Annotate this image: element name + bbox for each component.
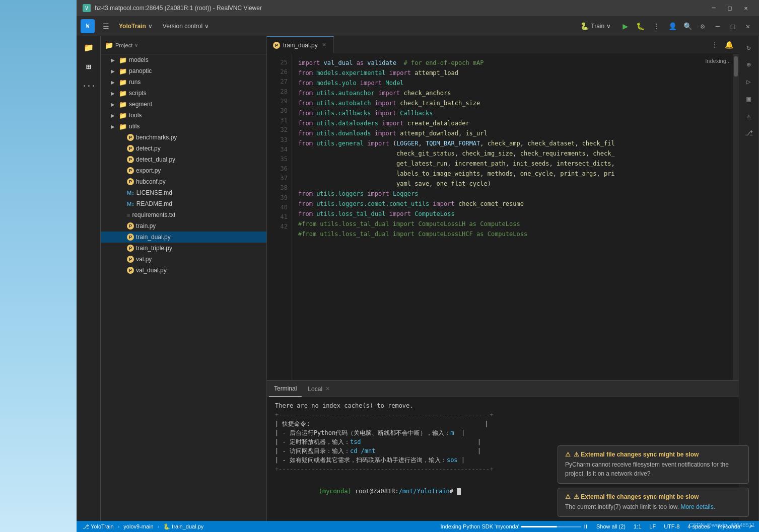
tree-item-readme[interactable]: M↕ README.md <box>101 198 266 209</box>
line-ending-label: LF <box>649 523 656 529</box>
hamburger-menu-button[interactable]: ☰ <box>99 19 113 33</box>
tab-close-button[interactable]: ✕ <box>321 41 327 49</box>
terminal-line-0: There are no index cache(s) to remove. <box>275 401 731 410</box>
py-icon: P <box>127 267 134 274</box>
local-tab-label: Local <box>308 386 322 393</box>
watermark: CSDN @weixin_46648511 <box>689 522 755 528</box>
structure-icon[interactable]: ⊞ <box>80 57 98 75</box>
ide-logo: W <box>81 19 95 33</box>
window-controls: ─ □ ✕ <box>707 3 753 14</box>
window-minimize-button[interactable]: ─ <box>711 19 725 33</box>
terminal-line-1: | - 后台运行Python代码（关电脑、断线都不会中断），输入：m | <box>275 428 731 437</box>
tree-item-detect[interactable]: P detect.py <box>101 143 266 154</box>
tree-item-license[interactable]: M↕ LICENSE.md <box>101 187 266 198</box>
project-icon[interactable]: 📁 <box>80 38 98 56</box>
folder-icon: 📁 <box>119 67 127 75</box>
git-icon[interactable]: ⎇ <box>742 126 756 140</box>
status-indexing[interactable]: Indexing Python SDK 'myconda' ⏸ <box>438 523 590 529</box>
tree-item-requirements[interactable]: ≡ requirements.txt <box>101 209 266 220</box>
sync-icon[interactable]: ↻ <box>742 40 756 54</box>
tree-item-train[interactable]: P train.py <box>101 220 266 232</box>
tree-item-train-dual[interactable]: P train_dual.py <box>101 232 266 243</box>
status-branch[interactable]: ⎇ YoloTrain <box>81 523 116 530</box>
tree-item-tools[interactable]: ▶ 📁 tools <box>101 110 266 121</box>
terminal-conda-env: (myconda) <box>319 488 355 495</box>
run-config-dropdown[interactable]: 🐍 Train ∨ <box>574 20 617 33</box>
settings-button[interactable]: ⚙ <box>696 19 710 33</box>
tree-item-detect-dual[interactable]: P detect_dual.py <box>101 154 266 165</box>
terminal-tab-local[interactable]: Local ✕ <box>303 381 335 397</box>
path2-label: train_dual.py <box>172 523 203 529</box>
code-content[interactable]: import val_dual as validate # for end-of… <box>292 54 739 380</box>
maximize-button[interactable]: □ <box>723 3 737 14</box>
local-tab-close-button[interactable]: ✕ <box>325 386 330 392</box>
terminal-tab-terminal[interactable]: Terminal <box>269 381 302 397</box>
scrollbar-thumb[interactable] <box>734 56 738 77</box>
tree-item-panoptic[interactable]: ▶ 📁 panoptic <box>101 65 266 77</box>
version-control-dropdown[interactable]: Version control ∨ <box>159 21 213 32</box>
folder-icon: 📁 <box>119 112 127 119</box>
run-config-name: Train <box>591 23 604 30</box>
ide-toolbar: W ☰ YoloTrain ∨ Version control ∨ 🐍 Trai… <box>77 16 759 36</box>
tree-item-hubconf[interactable]: P hubconf.py <box>101 176 266 187</box>
py-icon: P <box>127 222 134 230</box>
status-path2[interactable]: 🐍 train_dual.py <box>161 523 205 530</box>
vertical-scrollbar[interactable] <box>733 54 739 380</box>
terminal-border-top: +---------------------------------------… <box>275 410 731 419</box>
tab-bar-actions: ⋮ 🔔 <box>705 36 739 53</box>
notification-2: ⚠ ⚠ External file changes sync might be … <box>558 488 749 517</box>
tree-item-runs[interactable]: ▶ 📁 runs <box>101 77 266 88</box>
layers-icon[interactable]: ⊕ <box>742 57 756 71</box>
notification-button[interactable]: 🔔 <box>723 39 735 51</box>
play-circle-icon[interactable]: ▷ <box>742 74 756 89</box>
debug-button[interactable]: 🐛 <box>633 19 647 33</box>
tree-item-segment[interactable]: ▶ 📁 segment <box>101 99 266 110</box>
toolbar-right-actions: 👤 🔍 ⚙ ─ □ ✕ <box>665 19 755 33</box>
tree-item-utils[interactable]: ▶ 📁 utils <box>101 121 266 132</box>
more-details-link[interactable]: More details. <box>680 503 715 510</box>
terminal-tab-label: Terminal <box>274 385 297 392</box>
project-dropdown[interactable]: YoloTrain ∨ <box>115 21 157 32</box>
status-show-all[interactable]: Show all (2) <box>594 523 628 529</box>
run-button[interactable]: ▶ <box>619 20 631 32</box>
py-icon-small: 🐍 <box>163 523 170 530</box>
py-icon: P <box>127 178 134 185</box>
search-button[interactable]: 🔍 <box>680 19 695 33</box>
tab-label: train_dual.py <box>283 42 318 49</box>
tab-more-button[interactable]: ⋮ <box>709 39 721 51</box>
status-encoding[interactable]: UTF-8 <box>662 523 681 529</box>
more-options-button[interactable]: ⋮ <box>649 19 663 33</box>
close-button[interactable]: ✕ <box>739 3 753 14</box>
show-all-label: Show all (2) <box>596 523 626 529</box>
status-line-ending[interactable]: LF <box>647 523 658 529</box>
desktop-background <box>0 0 77 532</box>
window-close-button[interactable]: ✕ <box>741 19 755 33</box>
tree-item-scripts[interactable]: ▶ 📁 scripts <box>101 88 266 99</box>
profile-button[interactable]: 👤 <box>665 19 679 33</box>
tree-item-models[interactable]: ▶ 📁 models <box>101 54 266 65</box>
tree-chevron-icon: ▶ <box>111 124 117 129</box>
tree-item-benchmarks[interactable]: P benchmarks.py <box>101 132 266 143</box>
editor-tab-train-dual[interactable]: P train_dual.py ✕ <box>267 36 334 53</box>
tree-item-val-dual[interactable]: P val_dual.py <box>101 265 266 276</box>
status-path1[interactable]: yolov9-main <box>121 523 155 529</box>
alert-icon[interactable]: ⚠ <box>742 109 756 123</box>
minimize-button[interactable]: ─ <box>707 3 721 14</box>
notification-2-title: ⚠ ⚠ External file changes sync might be … <box>565 493 741 500</box>
terminal-icon[interactable]: ▣ <box>742 92 756 106</box>
tree-item-val[interactable]: P val.py <box>101 254 266 265</box>
status-line-col[interactable]: 1:1 <box>632 523 643 529</box>
version-control-label: Version control <box>163 23 202 30</box>
terminal-line-title: | 快捷命令: | <box>275 419 731 428</box>
tree-item-train-triple[interactable]: P train_triple.py <box>101 243 266 254</box>
pause-icon: ⏸ <box>583 523 588 529</box>
file-panel: 📁 Project ∨ ▶ 📁 models ▶ 📁 panoptic ▶ <box>101 36 267 521</box>
window-restore-button[interactable]: □ <box>726 19 740 33</box>
run-config-chevron-icon: ∨ <box>606 23 611 30</box>
line-numbers: 2526272829 3031323334 3536373839 404142 <box>267 54 292 380</box>
tree-item-export[interactable]: P export.py <box>101 165 266 176</box>
version-control-chevron-icon: ∨ <box>204 23 209 30</box>
more-tools-icon[interactable]: ··· <box>80 77 98 95</box>
breadcrumb: ⎇ YoloTrain › yolov9-main › 🐍 train_dual… <box>81 523 205 530</box>
warning-icon: ⚠ <box>565 451 571 458</box>
